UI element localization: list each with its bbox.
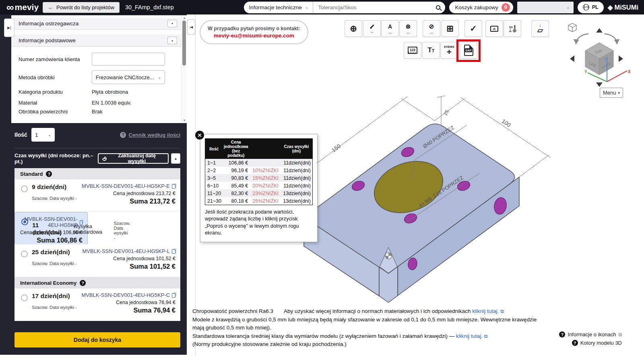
- meviy-app: ∞ meviy ← Powrót do listy projektów 30_F…: [0, 0, 644, 362]
- misumi-logo[interactable]: ◈ MiSUMi: [608, 4, 638, 11]
- six-views-icon: +: [447, 48, 452, 56]
- chevron-down-icon: ⌄: [158, 75, 161, 79]
- project-select[interactable]: ⌄: [517, 2, 574, 13]
- axis-z-label: z: [604, 57, 606, 61]
- dxf-export-button[interactable]: DXF: [460, 42, 477, 59]
- shipping-option-11-days[interactable]: 11 dzień(dni) Wysyłka standardowa Szacow…: [14, 212, 88, 245]
- search-input[interactable]: [318, 4, 436, 10]
- view-cube-widget[interactable]: Top Left Front Y X z: [563, 22, 630, 90]
- measure-values-button[interactable]: 123: [404, 42, 421, 59]
- text-size-button[interactable]: TT: [422, 42, 440, 59]
- cart-button[interactable]: Koszyk zakupowy 0: [449, 2, 513, 13]
- hide-dimension-icon: ⊘: [429, 23, 434, 30]
- surface-treatment-label: Obróbka powierzchni: [19, 109, 92, 115]
- shipping-option-9-days[interactable]: 9 dzień(dni) Szacow. Data wysyłki - MVBL…: [14, 179, 180, 212]
- refresh-icon: [101, 155, 107, 161]
- unit-price: Cena jednostkowa 106,86 €: [15, 230, 83, 235]
- view-cube[interactable]: [585, 43, 613, 75]
- chamfer-check-button[interactable]: ✓: [464, 20, 482, 37]
- price-by-quantity-link[interactable]: ? Cennik według ilości: [120, 132, 180, 138]
- estimated-date: Szacow. Data wysyłki -: [114, 221, 130, 240]
- scrollbar-thumb[interactable]: [182, 21, 186, 66]
- radio-button[interactable]: [21, 185, 28, 192]
- rotate-right-icon[interactable]: [605, 34, 619, 45]
- hole-pattern-button[interactable]: ⊞: [441, 20, 459, 37]
- radio-button[interactable]: [21, 251, 28, 257]
- copy-part-icon[interactable]: [172, 184, 175, 189]
- hide-dimension-button[interactable]: ⊘↔: [423, 20, 440, 37]
- rotate-left-icon[interactable]: [574, 34, 588, 45]
- add-to-cart-button[interactable]: Dodaj do koszyka: [14, 332, 180, 348]
- edit-dimension-button[interactable]: ↔: [363, 20, 381, 37]
- copy-part-icon[interactable]: [172, 249, 175, 254]
- language-button[interactable]: PL: [578, 2, 604, 13]
- surface-finish-button[interactable]: ↓▱: [531, 20, 549, 37]
- shipping-options-card: Standard ? 9 dzień(dni) Szacow. Data wys…: [14, 168, 180, 321]
- datum-target-button[interactable]: ⊕: [345, 20, 362, 37]
- shipping-option-25-days[interactable]: 25 dzień(dni) Szacow. Data wysyłki - MVB…: [14, 245, 180, 277]
- popup-note: Jeśli ilość przekracza podane wartości, …: [205, 208, 313, 237]
- display-annotation-button[interactable]: A: [485, 20, 503, 37]
- unit-price: Cena jednostkowa 101,52 €: [83, 256, 175, 261]
- tilt-up-arrow[interactable]: [596, 28, 603, 33]
- tilt-down-arrow[interactable]: [596, 82, 603, 87]
- help-icon[interactable]: ?: [80, 280, 86, 286]
- quantity-select[interactable]: 1 ⌄: [31, 128, 55, 142]
- order-number-input[interactable]: [92, 53, 165, 66]
- production-notes: Chropowatość powierzchni Ra6.3Aby uzyska…: [192, 307, 539, 349]
- search-icon[interactable]: [436, 5, 440, 10]
- chevron-down-icon: ▾: [618, 91, 620, 95]
- quantity-row: Ilość 1 ⌄ ? Cennik według ilości: [14, 128, 180, 142]
- table-row: 1~1106,86 €11dzień(dni): [205, 159, 313, 167]
- tolerance-info-link[interactable]: kliknij tutaj.: [456, 333, 483, 339]
- edit-dimension-icon: [370, 24, 374, 29]
- shipping-collapse-button[interactable]: ▲: [171, 153, 180, 164]
- part-number: MVBLK-SSN-DEV001-4EU-HG5KP-C: [81, 292, 175, 298]
- icons-info-link[interactable]: ? Informacje o ikonach ⧉: [559, 331, 622, 337]
- chamfer-check-icon: ✓: [470, 25, 477, 32]
- contact-email-link[interactable]: meviy-eu@misumi-europe.com: [214, 33, 294, 39]
- sidebar-scrollbar[interactable]: ▲ ▼: [181, 15, 187, 123]
- machining-method-select[interactable]: Frezowanie CNC/tocze... ⌄: [92, 70, 165, 84]
- unit-price: Cena jednostkowa 76,94 €: [81, 300, 175, 305]
- contact-bubble: W przypadku pytań prosimy o kontakt: mev…: [200, 20, 308, 44]
- note-line-4: Standardowa tolerancja średniej klasy dl…: [192, 332, 539, 341]
- shipping-option-17-days[interactable]: 17 dzień(dni) Szacow. Data wysyłki - MVB…: [14, 288, 180, 321]
- copy-part-icon[interactable]: [172, 293, 175, 298]
- section-warning-header[interactable]: Informacja ostrzegawcza ▼: [11, 18, 181, 30]
- globe-icon: [583, 4, 589, 10]
- delete-dimension-button[interactable]: ⊗↔: [399, 20, 417, 37]
- update-shipping-date-button[interactable]: Zaktualizuj datę wysyłki: [98, 153, 168, 164]
- axis-x-label: X: [628, 70, 630, 74]
- hole-pattern-icon: ⊞: [446, 25, 454, 32]
- material-standards-link[interactable]: kliknij tutaj.: [472, 308, 499, 314]
- machining-method-label: Metoda obróbki: [19, 74, 92, 80]
- text-dimension-button[interactable]: A↔: [381, 20, 399, 37]
- datum-marker: [385, 253, 392, 259]
- search-category-select[interactable]: Informacje techniczne ⌄: [244, 2, 313, 13]
- quantity-pricing-popup: ✕ Ilość Cena jednostkowa (bez podatku) C…: [200, 134, 318, 242]
- rotate-left-arrow[interactable]: [570, 56, 574, 62]
- close-icon[interactable]: ✕: [194, 130, 205, 140]
- quantity-label: Ilość: [14, 132, 27, 138]
- scroll-down-icon[interactable]: ▼: [182, 119, 186, 122]
- model-colors-link[interactable]: ? Kolory modelu 3D: [559, 340, 622, 346]
- sidebar-collapse-handle[interactable]: |◀: [187, 19, 195, 35]
- rotate-right-arrow[interactable]: [619, 56, 623, 62]
- meviy-logo[interactable]: ∞ meviy: [6, 2, 39, 12]
- back-to-projects-button[interactable]: ← Powrót do listy projektów: [43, 2, 120, 13]
- section-basic-header[interactable]: Informacje podstawowe ▲: [11, 35, 181, 47]
- sidebar-expand-handle[interactable]: ▶|: [4, 19, 14, 37]
- scroll-up-icon[interactable]: ▲: [182, 16, 186, 20]
- section-collapse-button[interactable]: ▲: [167, 37, 177, 44]
- radio-button[interactable]: [21, 294, 28, 301]
- section-expand-button[interactable]: ▼: [167, 20, 177, 27]
- view-menu-button[interactable]: Menu ▾: [600, 88, 623, 98]
- geometric-tolerance-button[interactable]: ▭ ∥⊥ ◎: [504, 20, 521, 37]
- mini-cube-icon[interactable]: [568, 23, 576, 32]
- copy-part-icon[interactable]: [80, 220, 83, 225]
- six-views-button[interactable]: 6VIEWS+: [440, 42, 458, 59]
- group-economy-header: International Economy ?: [14, 277, 180, 288]
- help-icon[interactable]: ?: [46, 171, 52, 177]
- file-name: 30_FAmp_dxf.step: [125, 4, 174, 10]
